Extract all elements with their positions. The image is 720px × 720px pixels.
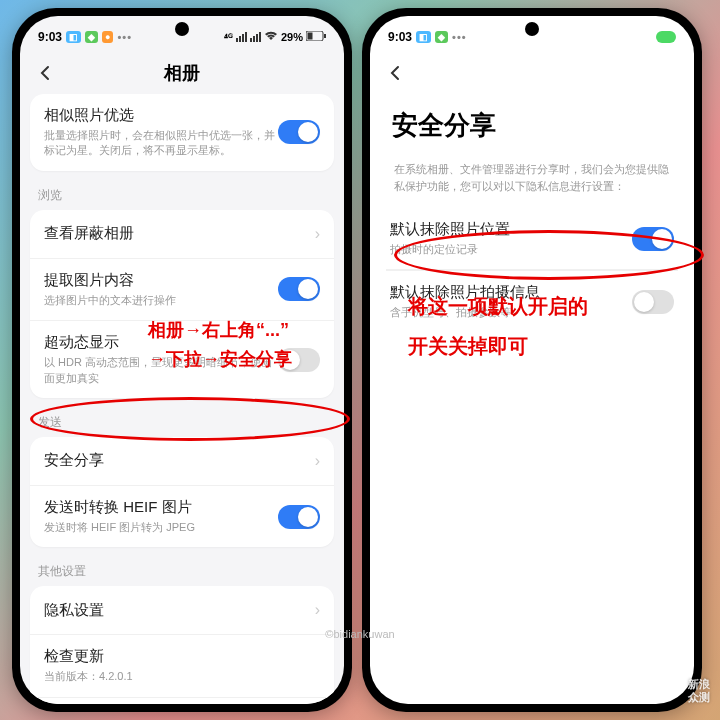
page-title: 安全分享 [370,94,694,153]
toggle-similar-photos[interactable] [278,120,320,144]
battery-icon [306,30,326,44]
header [370,52,694,94]
chevron-right-icon: › [315,225,320,243]
svg-rect-1 [324,34,326,38]
status-more-icon: ••• [452,31,467,43]
toggle-erase-shot-info[interactable] [632,290,674,314]
row-update-title: 检查更新 [44,647,320,666]
row-hidden-album[interactable]: 查看屏蔽相册 › [30,210,334,258]
row-safeshare-title: 安全分享 [44,451,309,470]
annotation-nav-hint: 相册→右上角“...” →下拉→安全分享 [148,316,292,374]
status-location-icon: ● [102,31,113,43]
row-heif[interactable]: 发送时转换 HEIF 图片 发送时将 HEIF 图片转为 JPEG [30,485,334,547]
section-other: 其他设置 [30,557,334,586]
status-app-icon-2: ◆ [85,31,98,43]
back-button[interactable] [34,61,58,85]
row-similar-title: 相似照片优选 [44,106,278,125]
status-time: 9:03 [38,30,62,44]
status-more-icon: ••• [117,31,132,43]
annotation-line: 将这一项默认开启的 [408,290,588,322]
annotation-line: 相册→右上角“...” [148,316,292,345]
row-update[interactable]: 检查更新 当前版本：4.2.0.1 [30,634,334,696]
svg-rect-2 [308,33,313,40]
toggle-extract[interactable] [278,277,320,301]
row-hidden-title: 查看屏蔽相册 [44,224,309,243]
volte-icon: ⁴ᴳ [224,32,233,43]
toggle-erase-location[interactable] [632,227,674,251]
camera-punchhole [175,22,189,36]
watermark-line: 众测 [688,691,710,704]
settings-content[interactable]: 在系统相册、文件管理器进行分享时，我们会为您提供隐私保护功能，您可以对以下隐私信… [370,153,694,704]
battery-pill-icon [656,31,676,43]
row-feedback[interactable]: 问题反馈 › [30,697,334,704]
chevron-right-icon: › [315,452,320,470]
camera-punchhole [525,22,539,36]
page-hint: 在系统相册、文件管理器进行分享时，我们会为您提供隐私保护功能，您可以对以下隐私信… [386,153,678,208]
site-watermark: 新浪 众测 [688,678,710,704]
row-extract-title: 提取图片内容 [44,271,278,290]
section-send: 发送 [30,408,334,437]
author-watermark: ©bidiankuwan [325,628,394,640]
row-heif-sub: 发送时将 HEIF 图片转为 JPEG [44,520,278,535]
signal-icon-2 [250,32,261,42]
row-loc-sub: 拍摄时的定位记录 [390,242,632,257]
battery-percent: 29% [281,31,303,43]
status-app-icon-2: ◆ [435,31,448,43]
annotation-line: →下拉→安全分享 [148,345,292,374]
chevron-right-icon: › [315,601,320,619]
row-similar-sub: 批量选择照片时，会在相似照片中优选一张，并标记为星。关闭后，将不再显示星标。 [44,128,278,159]
header: 相册 [20,52,344,94]
status-app-icon-1: ◧ [416,31,431,43]
row-update-sub: 当前版本：4.2.0.1 [44,669,320,684]
settings-content[interactable]: 相似照片优选 批量选择照片时，会在相似照片中优选一张，并标记为星。关闭后，将不再… [20,94,344,704]
section-browse: 浏览 [30,181,334,210]
row-heif-title: 发送时转换 HEIF 图片 [44,498,278,517]
row-safe-share[interactable]: 安全分享 › [30,437,334,485]
row-erase-location[interactable]: 默认抹除照片位置 拍摄时的定位记录 [386,208,678,270]
wifi-icon [264,30,278,44]
row-extract-sub: 选择图片中的文本进行操作 [44,293,278,308]
row-extract-content[interactable]: 提取图片内容 选择图片中的文本进行操作 [30,258,334,320]
page-title: 相册 [164,61,200,85]
annotation-line: 开关关掉即可 [408,330,588,362]
signal-icon-1 [236,32,247,42]
status-time: 9:03 [388,30,412,44]
toggle-heif[interactable] [278,505,320,529]
row-privacy-title: 隐私设置 [44,601,309,620]
annotation-toggle-hint: 将这一项默认开启的 开关关掉即可 [408,290,588,362]
watermark-line: 新浪 [688,678,710,691]
status-app-icon-1: ◧ [66,31,81,43]
row-similar-photos[interactable]: 相似照片优选 批量选择照片时，会在相似照片中优选一张，并标记为星。关闭后，将不再… [30,94,334,171]
row-loc-title: 默认抹除照片位置 [390,220,632,239]
back-button[interactable] [384,61,408,85]
row-privacy[interactable]: 隐私设置 › [30,586,334,634]
